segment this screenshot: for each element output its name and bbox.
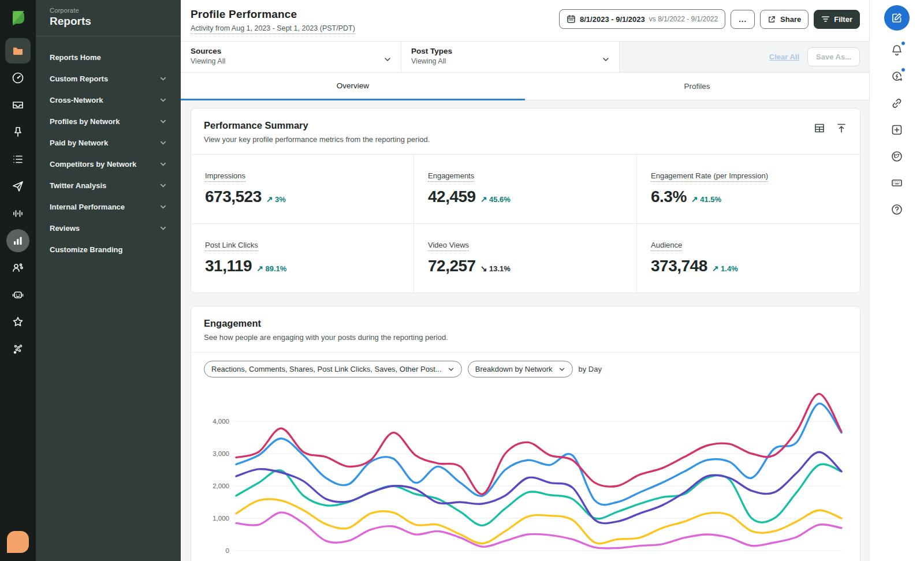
sidebar-item-label: Reviews xyxy=(50,224,80,233)
sidebar-item-reviews[interactable]: Reviews xyxy=(36,218,181,239)
filter-button[interactable]: Filter xyxy=(814,10,860,29)
reports-nav-panel: Corporate Reports Reports HomeCustom Rep… xyxy=(36,0,181,561)
sidebar-item-cross-network[interactable]: Cross-Network xyxy=(36,89,181,111)
nav-items: Reports HomeCustom ReportsCross-NetworkP… xyxy=(36,36,181,260)
chevron-down-icon xyxy=(159,139,167,147)
list-icon[interactable] xyxy=(5,147,31,172)
series-line-twitter xyxy=(236,464,841,525)
sidebar-item-label: Internal Performance xyxy=(50,203,125,211)
metric-engagement-rate-per-impression-: Engagement Rate (per Impression)6.3%↗ 41… xyxy=(637,155,860,224)
audience-people-icon[interactable] xyxy=(5,255,31,280)
share-icon xyxy=(767,15,776,24)
metric-label[interactable]: Audience xyxy=(651,241,682,251)
summary-title: Performance Summary xyxy=(204,120,430,131)
messages-flash-icon[interactable] xyxy=(884,64,910,89)
share-button[interactable]: Share xyxy=(760,10,808,29)
metric-label[interactable]: Engagement Rate (per Impression) xyxy=(651,171,768,182)
nav-eyebrow: Corporate xyxy=(50,7,167,14)
page-header: Profile Performance Activity from Aug 1,… xyxy=(181,0,869,41)
chevron-down-icon xyxy=(159,182,167,189)
metric-delta: ↘ 13.1% xyxy=(480,264,511,273)
sidebar-item-label: Competitors by Network xyxy=(50,160,136,169)
sidebar-item-paid-by-network[interactable]: Paid by Network xyxy=(36,132,181,154)
dashboard-gauge-icon[interactable] xyxy=(5,65,31,91)
breakdown-select[interactable]: Breakdown by Network xyxy=(468,361,573,377)
compose-button[interactable] xyxy=(884,5,910,31)
nav-title: Reports xyxy=(50,15,167,28)
trend-up-icon: ↗ xyxy=(266,195,273,204)
more-options-button[interactable]: ... xyxy=(731,10,755,29)
tab-profiles[interactable]: Profiles xyxy=(525,73,869,100)
metric-label[interactable]: Video Views xyxy=(428,241,469,251)
clear-all-link[interactable]: Clear All xyxy=(769,53,799,61)
metric-label[interactable]: Post Link Clicks xyxy=(205,241,258,251)
sidebar-item-custom-reports[interactable]: Custom Reports xyxy=(36,68,181,89)
listening-waveform-icon[interactable] xyxy=(5,201,31,226)
sidebar-item-reports-home[interactable]: Reports Home xyxy=(36,47,181,68)
notifications-bell-icon[interactable] xyxy=(884,38,910,63)
sidebar-item-customize-branding[interactable]: Customize Branding xyxy=(36,239,181,260)
link-icon[interactable] xyxy=(884,91,910,116)
chevron-down-icon xyxy=(602,55,610,63)
chevron-down-icon xyxy=(159,203,167,211)
sidebar-item-internal-performance[interactable]: Internal Performance xyxy=(36,196,181,218)
twitter-listening-icon[interactable] xyxy=(884,144,910,169)
reports-bar-chart-icon[interactable] xyxy=(5,228,31,253)
left-icon-rail xyxy=(0,0,36,561)
post-types-dropdown[interactable]: Post Types Viewing All xyxy=(401,42,620,72)
metric-select[interactable]: Reactions, Comments, Shares, Post Link C… xyxy=(204,361,462,377)
sprout-logo-icon[interactable] xyxy=(8,7,28,28)
metric-engagements: Engagements42,459↗ 45.6% xyxy=(414,155,637,224)
metrics-grid: Impressions673,523↗ 3%Engagements42,459↗… xyxy=(191,154,860,293)
compose-icon xyxy=(891,12,903,24)
chevron-down-icon xyxy=(448,366,454,373)
add-new-icon[interactable] xyxy=(884,117,910,143)
engagement-card: Engagement See how people are engaging w… xyxy=(191,306,860,561)
sidebar-item-label: Paid by Network xyxy=(50,139,108,147)
sources-dropdown[interactable]: Sources Viewing All xyxy=(181,42,401,72)
sidebar-item-twitter-analysis[interactable]: Twitter Analysis xyxy=(36,175,181,196)
sidebar-item-competitors-by-network[interactable]: Competitors by Network xyxy=(36,154,181,175)
trend-down-icon: ↘ xyxy=(480,264,487,273)
bot-icon[interactable] xyxy=(5,282,31,308)
user-avatar[interactable] xyxy=(7,531,29,553)
inbox-icon[interactable] xyxy=(5,92,31,118)
engagement-chart: 01,0002,0003,0004,0001234567891011121314… xyxy=(191,386,860,561)
chevron-down-icon xyxy=(159,75,167,83)
help-icon[interactable] xyxy=(884,197,910,222)
pin-icon[interactable] xyxy=(5,119,31,145)
reports-folder-icon[interactable] xyxy=(5,38,31,63)
metric-value: 373,748 xyxy=(651,257,707,275)
notification-dot xyxy=(901,68,906,72)
performance-summary-card: Performance Summary View your key profil… xyxy=(191,108,860,293)
publish-send-icon[interactable] xyxy=(5,174,31,199)
tab-overview[interactable]: Overview xyxy=(181,73,525,100)
keyboard-shortcuts-icon[interactable] xyxy=(884,170,910,196)
chevron-down-icon xyxy=(159,118,167,125)
metric-label[interactable]: Impressions xyxy=(205,171,245,182)
y-axis-tick: 0 xyxy=(226,547,229,554)
export-icon[interactable] xyxy=(836,122,847,134)
y-axis-tick: 2,000 xyxy=(213,483,229,489)
reviews-star-icon[interactable] xyxy=(5,309,31,335)
metric-label[interactable]: Engagements xyxy=(428,171,474,182)
sidebar-item-label: Profiles by Network xyxy=(50,117,120,126)
metric-delta: ↗ 1.4% xyxy=(712,264,738,273)
metric-value: 72,257 xyxy=(428,257,476,275)
sidebar-item-label: Reports Home xyxy=(50,53,101,62)
y-axis-tick: 4,000 xyxy=(213,418,229,425)
date-range-button[interactable]: 8/1/2023 - 9/1/2023 vs 8/1/2022 - 9/1/20… xyxy=(559,9,725,29)
metric-value: 31,119 xyxy=(205,257,252,275)
sidebar-item-profiles-by-network[interactable]: Profiles by Network xyxy=(36,111,181,132)
main-content: Profile Performance Activity from Aug 1,… xyxy=(181,0,869,561)
activity-range-text[interactable]: Activity from Aug 1, 2023 - Sept 1, 2023… xyxy=(191,24,355,34)
save-as-button[interactable]: Save As... xyxy=(807,47,860,66)
table-view-icon[interactable] xyxy=(814,122,825,134)
granularity-label: by Day xyxy=(579,365,602,373)
trend-up-icon: ↗ xyxy=(691,195,698,204)
metric-delta: ↗ 41.5% xyxy=(691,195,721,204)
metric-value: 673,523 xyxy=(205,188,262,206)
apps-dots-icon[interactable] xyxy=(5,336,31,362)
metric-audience: Audience373,748↗ 1.4% xyxy=(637,224,860,293)
notification-dot xyxy=(901,41,906,46)
